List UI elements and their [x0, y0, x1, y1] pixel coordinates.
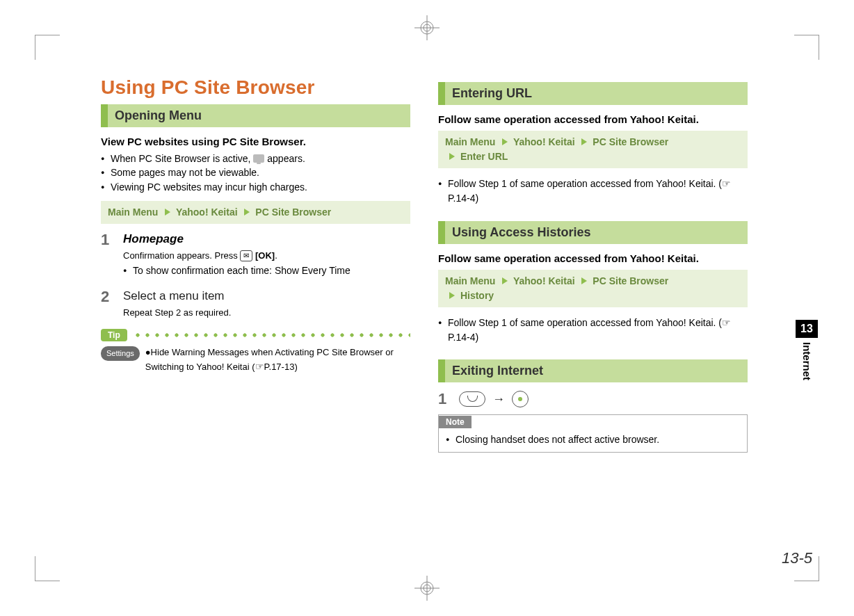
text: When PC Site Browser is active, — [111, 153, 253, 164]
nav-item: Yahoo! Keitai — [513, 136, 575, 147]
nav-item: History — [460, 290, 494, 301]
step-1: 1 Homepage Confirmation appears. Press ✉… — [101, 232, 410, 285]
note-box: Note Closing handset does not affect act… — [438, 414, 748, 453]
chevron-right-icon — [502, 277, 508, 284]
text: To show confirmation each time: — [133, 265, 275, 276]
step-title: Homepage — [123, 232, 410, 246]
crop-mark — [35, 556, 60, 581]
nav-item: PC Site Browser — [593, 136, 668, 147]
pointer-icon: ☞ — [722, 179, 731, 189]
list-item: Follow Step 1 of same operation accessed… — [438, 177, 748, 206]
registration-mark-icon — [413, 574, 441, 602]
tip-row: Tip — [101, 329, 410, 341]
page-ref: P.14-4 — [448, 193, 475, 204]
nav-path: Main Menu Yahoo! Keitai PC Site Browser … — [438, 131, 748, 168]
nav-item: Yahoo! Keitai — [513, 275, 575, 286]
nav-root: Main Menu — [445, 275, 495, 286]
nav-path: Main Menu Yahoo! Keitai PC Site Browser … — [438, 270, 748, 307]
nav-path: Main Menu Yahoo! Keitai PC Site Browser — [101, 201, 410, 224]
chevron-right-icon — [449, 153, 455, 160]
right-column: Entering URL Follow same operation acces… — [438, 76, 748, 549]
chapter-tab: 13 Internet — [796, 320, 818, 380]
chevron-right-icon — [581, 277, 587, 284]
step-sub: Repeat Step 2 as required. — [123, 306, 410, 320]
tip-badge: Tip — [101, 329, 127, 341]
chapter-label: Internet — [801, 342, 813, 380]
chevron-right-icon — [449, 292, 455, 299]
step-number: 2 — [101, 289, 115, 320]
pointer-icon: ☞ — [722, 318, 731, 328]
section-heading-entering-url: Entering URL — [438, 82, 748, 105]
left-column: Using PC Site Browser Opening Menu View … — [101, 76, 410, 549]
step-number: 1 — [101, 232, 115, 285]
text: ) — [475, 332, 478, 343]
step-2: 2 Select a menu item Repeat Step 2 as re… — [101, 289, 410, 320]
mail-key-icon: ✉ — [240, 250, 252, 261]
step-title: Select a menu item — [123, 289, 410, 303]
nav-root: Main Menu — [445, 136, 495, 147]
chevron-right-icon — [165, 209, 170, 216]
crop-mark — [794, 35, 819, 60]
step-number: 1 — [438, 391, 452, 407]
list-item: To show confirmation each time: Show Eve… — [123, 264, 410, 277]
option-label: Show Every Time — [275, 265, 351, 276]
exit-step: 1 → — [438, 391, 748, 407]
text: . — [275, 250, 277, 261]
settings-badge: Settings — [101, 346, 140, 361]
nav-item: Yahoo! Keitai — [176, 206, 238, 218]
list-item: When PC Site Browser is active, appears. — [101, 152, 410, 165]
note-badge: Note — [439, 416, 472, 428]
pointer-icon: ☞ — [255, 362, 264, 372]
end-call-key-icon — [459, 391, 485, 407]
settings-row: Settings ●Hide Warning Messages when Act… — [101, 346, 410, 374]
arrow-right-icon: → — [492, 392, 505, 407]
bullet-list: When PC Site Browser is active, appears.… — [101, 152, 410, 194]
section-heading-exiting-internet: Exiting Internet — [438, 359, 748, 382]
section-heading-access-histories: Using Access Histories — [438, 221, 748, 244]
pc-browser-icon — [253, 154, 264, 163]
section-heading-opening-menu: Opening Menu — [101, 104, 410, 127]
text: Follow Step 1 of same operation accessed… — [448, 317, 722, 328]
list-item: Follow Step 1 of same operation accessed… — [438, 316, 748, 345]
nav-item: Enter URL — [460, 151, 508, 162]
text: Confirmation appears. Press — [123, 250, 240, 261]
nav-item: PC Site Browser — [255, 206, 331, 218]
chevron-right-icon — [244, 209, 250, 216]
chevron-right-icon — [502, 138, 508, 145]
ok-label: [OK] — [255, 250, 275, 261]
intro-text: Follow same operation accessed from Yaho… — [438, 252, 748, 264]
registration-mark-icon — [413, 14, 441, 42]
chapter-number: 13 — [796, 320, 818, 338]
crop-mark — [35, 35, 60, 60]
text: ) — [294, 362, 297, 372]
page-number: 13-5 — [782, 549, 812, 567]
text: ) — [475, 193, 478, 204]
tip-dotted-line — [133, 333, 410, 337]
center-key-icon — [512, 391, 529, 407]
nav-root: Main Menu — [108, 206, 158, 218]
list-item: Closing handset does not affect active b… — [446, 432, 740, 446]
intro-text: Follow same operation accessed from Yaho… — [438, 113, 748, 125]
list-item: Some pages may not be viewable. — [101, 165, 410, 179]
list-item: Viewing PC websites may incur high charg… — [101, 180, 410, 194]
page-ref: P.17-13 — [264, 362, 295, 372]
settings-text: ●Hide Warning Messages when Activating P… — [145, 346, 410, 374]
text: appears. — [267, 153, 305, 164]
step-sub: Confirmation appears. Press ✉ [OK]. — [123, 249, 410, 263]
page-title: Using PC Site Browser — [101, 76, 410, 99]
intro-text: View PC websites using PC Site Browser. — [101, 136, 410, 147]
page-content: Using PC Site Browser Opening Menu View … — [101, 76, 755, 549]
nav-item: PC Site Browser — [593, 275, 668, 286]
page-ref: P.14-4 — [448, 332, 475, 343]
text: Follow Step 1 of same operation accessed… — [448, 178, 722, 189]
chevron-right-icon — [581, 138, 587, 145]
